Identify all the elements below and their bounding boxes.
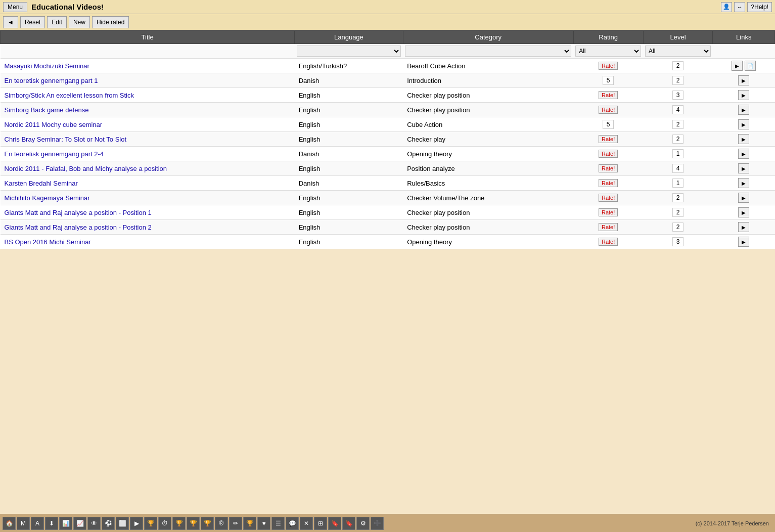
level-cell: 2 [643,132,713,147]
rate-button[interactable]: Rate! [599,194,618,202]
x-btn[interactable]: ✕ [300,517,313,530]
play-button[interactable]: ▶ [738,75,749,85]
category-cell: Checker play position [403,220,573,235]
add-btn[interactable]: ➕ [371,517,384,530]
title-link[interactable]: Simborg Back game defense [5,106,89,114]
help-button[interactable]: ?Help! [747,2,772,12]
play-button[interactable]: ▶ [738,149,749,159]
title-link[interactable]: Nordic 2011 - Falafal, Bob and Michy ana… [5,165,167,172]
language-filter-cell: English Danish [295,44,403,59]
level-value: 2 [672,193,683,202]
hide-rated-button[interactable]: Hide rated [92,16,129,28]
chart-btn[interactable]: 📊 [59,517,72,530]
play-button[interactable]: ▶ [738,105,749,115]
title-link[interactable]: Masayuki Mochizuki Seminar [5,62,89,70]
links-container: ▶ [717,149,771,159]
rate-button[interactable]: Rate! [599,223,618,231]
language-cell: English [295,191,403,205]
chat-btn[interactable]: 💬 [286,517,299,530]
play-bottom-btn[interactable]: ▶ [130,517,143,530]
title-link[interactable]: Simborg/Stick An excellent lesson from S… [5,92,134,99]
play-button[interactable]: ▶ [738,222,749,232]
user-icon-button[interactable]: 👤 [721,2,732,12]
play-button[interactable]: ▶ [738,193,749,203]
category-cell: Cube Action [403,117,573,132]
a-btn[interactable]: A [31,517,44,530]
play-button[interactable]: ▶ [738,178,749,188]
rating-cell: Rate! [573,59,643,73]
home-bottom-btn[interactable]: 🏠 [3,517,16,530]
table-body: Masayuki Mochizuki SeminarEnglish/Turkis… [1,59,775,249]
play-button[interactable]: ▶ [732,61,743,71]
extra-button[interactable]: 📄 [745,61,756,71]
reset-button[interactable]: Reset [20,16,45,28]
trophy5-btn[interactable]: 🏆 [243,517,256,530]
title-link[interactable]: BS Open 2016 Michi Seminar [5,238,91,246]
play-button[interactable]: ▶ [738,90,749,100]
level-cell: 4 [643,103,713,117]
trophy4-btn[interactable]: 🏆 [201,517,214,530]
heart-btn[interactable]: ♥ [257,517,270,530]
rate-button[interactable]: Rate! [599,91,618,99]
trophy2-btn[interactable]: 🏆 [172,517,186,530]
play-button[interactable]: ▶ [738,237,749,247]
rating-filter[interactable]: All 12345 [575,46,641,57]
edit-button[interactable]: Edit [47,16,67,28]
rate-button[interactable]: Rate! [599,150,618,158]
list-btn[interactable]: ☰ [271,517,285,530]
title-filter-cell [1,44,295,59]
eye-btn[interactable]: 👁 [87,517,101,530]
rate-button[interactable]: Rate! [599,208,618,216]
rate-button[interactable]: Rate! [599,179,618,187]
rating-cell: Rate! [573,147,643,161]
title-cell: Nordic 2011 - Falafal, Bob and Michy ana… [1,161,295,176]
m-btn[interactable]: M [17,517,30,530]
rate-button[interactable]: Rate! [599,106,618,114]
title-link[interactable]: En teoretisk gennemgang part 1 [5,77,98,84]
category-filter[interactable] [405,46,571,57]
trophy3-btn[interactable]: 🏆 [187,517,200,530]
rate-button[interactable]: Rate! [599,238,618,246]
title-link[interactable]: Giants Matt and Raj analyse a position -… [5,209,152,216]
rating-cell: Rate! [573,191,643,205]
level-value: 4 [672,105,683,114]
trophy1-btn[interactable]: 🏆 [144,517,157,530]
title-link[interactable]: Giants Matt and Raj analyse a position -… [5,224,152,231]
rate-button[interactable]: Rate! [599,164,618,172]
play-button[interactable]: ▶ [738,163,749,173]
square-btn[interactable]: ⬜ [116,517,129,530]
timer-btn[interactable]: ⏱ [158,517,171,530]
play-button[interactable]: ▶ [738,119,749,129]
bookmark1-btn[interactable]: 🔖 [328,517,341,530]
menu-button[interactable]: Menu [3,2,27,12]
play-button[interactable]: ▶ [738,134,749,144]
sport-btn[interactable]: ⚽ [102,517,115,530]
rating-header: Rating [573,31,643,44]
trend-btn[interactable]: 📈 [73,517,86,530]
title-link[interactable]: En teoretisk gennemgang part 2-4 [5,150,104,158]
level-filter[interactable]: All 12345 [645,46,711,57]
reg-btn[interactable]: ® [215,517,228,530]
edit-bottom-btn[interactable]: ✏ [229,517,242,530]
page-title: Educational Videos! [31,3,721,11]
language-filter[interactable]: English Danish [297,46,401,57]
bottom-bar: 🏠 M A ⬇ 📊 📈 👁 ⚽ ⬜ ▶ 🏆 ⏱ 🏆 🏆 🏆 ® ✏ 🏆 ♥ ☰ … [0,514,775,532]
rating-cell: Rate! [573,88,643,103]
back-button[interactable]: ◄ [3,16,18,28]
new-button[interactable]: New [69,16,90,28]
play-button[interactable]: ▶ [738,207,749,217]
title-link[interactable]: Nordic 2011 Mochy cube seminar [5,121,103,128]
settings-btn[interactable]: ⚙ [356,517,370,530]
title-link[interactable]: Chris Bray Seminar: To Slot or Not To Sl… [5,136,127,143]
title-cell: Michihito Kagemaya Seminar [1,191,295,205]
download-btn[interactable]: ⬇ [45,517,58,530]
arrow-icon-button[interactable]: ↔ [734,2,745,12]
rate-button[interactable]: Rate! [599,62,618,70]
title-link[interactable]: Michihito Kagemaya Seminar [5,194,90,202]
grid-btn[interactable]: ⊞ [314,517,327,530]
bookmark2-btn[interactable]: 🔖 [342,517,355,530]
table-row: Giants Matt and Raj analyse a position -… [1,205,775,220]
title-link[interactable]: Karsten Bredahl Seminar [5,180,78,187]
rate-button[interactable]: Rate! [599,135,618,143]
title-cell: Giants Matt and Raj analyse a position -… [1,220,295,235]
